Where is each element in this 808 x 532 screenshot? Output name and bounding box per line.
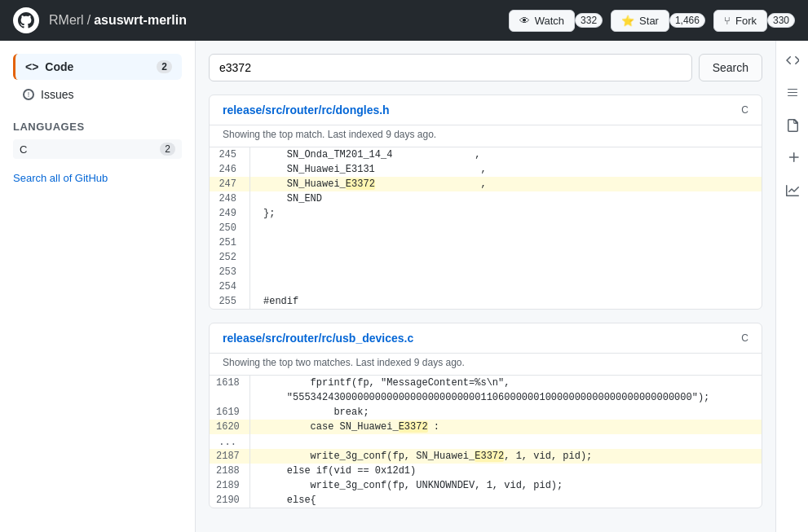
code-line: 1619 break; xyxy=(210,405,762,420)
sidebar-code-label: Code xyxy=(45,60,150,73)
lang-c-name: C xyxy=(20,143,27,156)
ellipsis-line: ... xyxy=(210,434,762,449)
chart-icon[interactable] xyxy=(786,184,799,200)
code-line: 254 xyxy=(210,279,762,294)
header: RMerl / asuswrt-merlin 👁 Watch 332 ⭐ Sta… xyxy=(0,0,808,41)
result-block-2: release/src/router/rc/usb_devices.c C Sh… xyxy=(209,323,762,508)
result-header-2: release/src/router/rc/usb_devices.c C xyxy=(210,323,762,354)
result-header-1: release/src/router/rc/dongles.h C xyxy=(210,95,762,125)
highlight-mark: E3372 xyxy=(475,451,504,462)
code-line: 255 #endif xyxy=(210,294,762,309)
github-logo xyxy=(13,7,39,33)
result-file-link-1[interactable]: release/src/router/rc/dongles.h xyxy=(223,103,390,117)
code-block-1: 245 SN_Onda_TM201_14_4 , 246 SN_Huawei_E… xyxy=(210,147,762,309)
sidebar-item-issues[interactable]: ! Issues xyxy=(13,81,182,108)
arrows-icon[interactable] xyxy=(786,152,799,168)
code-line: 2190 else{ xyxy=(210,493,762,508)
issues-icon: ! xyxy=(23,89,34,100)
outline-icon[interactable] xyxy=(786,86,799,103)
search-input[interactable] xyxy=(209,54,692,81)
code-line: 245 SN_Onda_TM201_14_4 , xyxy=(210,147,762,162)
lang-c-count: 2 xyxy=(160,143,175,156)
code-line-highlighted: 2187 write_3g_conf(fp, SN_Huawei_E3372, … xyxy=(210,449,762,464)
eye-icon: 👁 xyxy=(519,15,530,27)
page-layout: <> Code 2 ! Issues Languages C 2 Search … xyxy=(0,41,808,532)
result-lang-2: C xyxy=(741,332,748,344)
code-bracket-icon: <> xyxy=(25,60,38,73)
code-line: 1618 fprintf(fp, "MessageContent=%s\n", xyxy=(210,376,762,390)
search-all-github-link[interactable]: Search all of GitHub xyxy=(13,172,182,184)
fork-icon: ⑂ xyxy=(724,15,731,27)
code-line-highlighted: 1620 case SN_Huawei_E3372 : xyxy=(210,420,762,434)
code-line: 2188 else if(vid == 0x12d1) xyxy=(210,464,762,478)
result-block-1: release/src/router/rc/dongles.h C Showin… xyxy=(209,95,762,310)
sidebar-issues-label: Issues xyxy=(41,88,172,101)
sidebar-languages: Languages C 2 xyxy=(13,121,182,159)
lang-c-item[interactable]: C 2 xyxy=(13,139,182,159)
languages-title: Languages xyxy=(13,121,182,133)
main-content: Search release/src/router/rc/dongles.h C… xyxy=(196,41,775,532)
right-sidebar xyxy=(775,41,808,532)
star-count: 1,466 xyxy=(669,13,705,28)
repo-title: RMerl / asuswrt-merlin xyxy=(49,13,187,28)
result-file-link-2[interactable]: release/src/router/rc/usb_devices.c xyxy=(223,332,413,345)
highlight-mark: E3372 xyxy=(346,178,375,190)
result-meta-1: Showing the top match. Last indexed 9 da… xyxy=(210,125,762,147)
code-line-highlighted: 247 SN_Huawei_E3372 , xyxy=(210,177,762,191)
code-line: 251 xyxy=(210,235,762,250)
search-button[interactable]: Search xyxy=(699,54,762,81)
repo-link[interactable]: asuswrt-merlin xyxy=(94,13,187,28)
code-block-2: 1618 fprintf(fp, "MessageContent=%s\n", … xyxy=(210,376,762,508)
code-line: 249 }; xyxy=(210,206,762,221)
code-line: 2189 write_3g_conf(fp, UNKNOWNDEV, 1, vi… xyxy=(210,478,762,493)
highlight-mark: E3372 xyxy=(399,421,428,433)
fork-count: 330 xyxy=(767,13,795,28)
code-line: 246 SN_Huawei_E3131 , xyxy=(210,162,762,177)
code-line: "555342430000000000000000000000001106000… xyxy=(210,390,762,405)
file-icon[interactable] xyxy=(786,119,799,135)
sidebar-item-code[interactable]: <> Code 2 xyxy=(13,54,182,80)
header-actions: 👁 Watch 332 ⭐ Star 1,466 ⑂ Fork 330 xyxy=(509,10,795,32)
org-link[interactable]: RMerl xyxy=(49,13,84,28)
search-bar: Search xyxy=(209,54,762,81)
code-line: 250 xyxy=(210,221,762,235)
star-button[interactable]: ⭐ Star xyxy=(611,10,669,32)
code-line: 248 SN_END xyxy=(210,191,762,206)
watch-count: 332 xyxy=(575,13,603,28)
code-view-icon[interactable] xyxy=(786,54,799,70)
fork-button[interactable]: ⑂ Fork xyxy=(713,10,767,32)
result-meta-2: Showing the top two matches. Last indexe… xyxy=(210,354,762,376)
sidebar: <> Code 2 ! Issues Languages C 2 Search … xyxy=(0,41,196,532)
result-lang-1: C xyxy=(741,104,748,116)
code-line: 253 xyxy=(210,265,762,279)
watch-button[interactable]: 👁 Watch xyxy=(509,10,575,32)
star-icon: ⭐ xyxy=(621,15,634,27)
sidebar-code-count: 2 xyxy=(157,60,172,73)
code-line: 252 xyxy=(210,250,762,265)
